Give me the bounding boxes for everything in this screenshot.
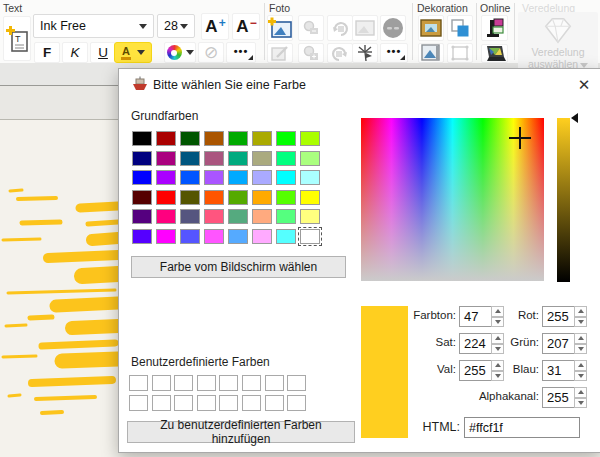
basic-color-cell[interactable] bbox=[300, 229, 320, 244]
alpha-spin-down[interactable] bbox=[574, 398, 587, 409]
basic-color-cell[interactable] bbox=[156, 131, 176, 146]
custom-color-cell[interactable] bbox=[152, 395, 171, 411]
text-more-button[interactable]: ••• bbox=[226, 42, 256, 63]
basic-color-cell[interactable] bbox=[228, 131, 248, 146]
basic-color-cell[interactable] bbox=[276, 190, 296, 205]
basic-color-cell[interactable] bbox=[276, 131, 296, 146]
basic-color-cell[interactable] bbox=[156, 151, 176, 166]
blue-spin-up[interactable] bbox=[574, 360, 587, 371]
picture-frame-button[interactable] bbox=[418, 15, 444, 41]
basic-color-cell[interactable] bbox=[156, 190, 176, 205]
italic-button[interactable]: K bbox=[62, 42, 88, 63]
basic-color-cell[interactable] bbox=[228, 229, 248, 244]
basic-color-cell[interactable] bbox=[228, 170, 248, 185]
basic-color-cell[interactable] bbox=[300, 209, 320, 224]
basic-color-cell[interactable] bbox=[156, 229, 176, 244]
basic-color-cell[interactable] bbox=[156, 170, 176, 185]
custom-color-cell[interactable] bbox=[242, 395, 261, 411]
custom-color-cell[interactable] bbox=[219, 375, 238, 391]
red-input[interactable]: 255 bbox=[542, 306, 577, 327]
custom-color-cell[interactable] bbox=[129, 395, 148, 411]
photo-placeholder-button[interactable] bbox=[352, 15, 378, 41]
rotate-left-button[interactable] bbox=[327, 43, 353, 63]
basic-color-cell[interactable] bbox=[300, 131, 320, 146]
green-spin-up[interactable] bbox=[574, 333, 587, 344]
custom-color-cell[interactable] bbox=[152, 375, 171, 391]
basic-color-cell[interactable] bbox=[252, 170, 272, 185]
hue-sat-crosshair[interactable] bbox=[509, 127, 531, 149]
basic-color-cell[interactable] bbox=[276, 170, 296, 185]
basic-color-cell[interactable] bbox=[252, 190, 272, 205]
basic-color-cell[interactable] bbox=[276, 209, 296, 224]
value-slider-arrow-icon[interactable] bbox=[571, 113, 578, 123]
red-spin-up[interactable] bbox=[574, 306, 587, 317]
html-color-input[interactable]: #ffcf1f bbox=[464, 417, 580, 438]
rotate-right-button[interactable] bbox=[327, 15, 353, 41]
basic-color-cell[interactable] bbox=[156, 209, 176, 224]
effects-button[interactable] bbox=[352, 43, 378, 63]
custom-color-cell[interactable] bbox=[242, 375, 261, 391]
value-slider[interactable] bbox=[557, 118, 570, 282]
text-color-button[interactable]: A bbox=[114, 42, 152, 63]
basic-color-cell[interactable] bbox=[276, 229, 296, 244]
pick-screen-color-button[interactable]: Farbe vom Bildschirm wählen bbox=[131, 256, 346, 278]
custom-color-cell[interactable] bbox=[287, 395, 306, 411]
color-wheel-button[interactable] bbox=[164, 42, 196, 63]
basic-color-cell[interactable] bbox=[132, 229, 152, 244]
basic-color-cell[interactable] bbox=[132, 209, 152, 224]
remove-object-button[interactable] bbox=[298, 15, 324, 41]
no-color-button[interactable]: ⊘ bbox=[198, 42, 224, 63]
custom-color-cell[interactable] bbox=[219, 395, 238, 411]
underline-button[interactable]: U bbox=[90, 42, 116, 63]
green-spin-down[interactable] bbox=[574, 344, 587, 355]
basic-color-cell[interactable] bbox=[180, 209, 200, 224]
custom-color-cell[interactable] bbox=[265, 395, 284, 411]
basic-color-cell[interactable] bbox=[204, 229, 224, 244]
basic-color-cell[interactable] bbox=[300, 190, 320, 205]
font-size-select[interactable]: 28 bbox=[157, 14, 195, 38]
basic-color-cell[interactable] bbox=[132, 190, 152, 205]
blue-input[interactable]: 31 bbox=[542, 360, 577, 381]
custom-color-cell[interactable] bbox=[265, 375, 284, 391]
basic-color-cell[interactable] bbox=[252, 209, 272, 224]
basic-color-cell[interactable] bbox=[300, 170, 320, 185]
basic-color-cell[interactable] bbox=[204, 151, 224, 166]
basic-color-cell[interactable] bbox=[300, 151, 320, 166]
duplicate-button[interactable] bbox=[447, 15, 473, 41]
custom-color-cell[interactable] bbox=[129, 375, 148, 391]
close-icon[interactable]: ✕ bbox=[571, 73, 597, 97]
basic-color-cell[interactable] bbox=[228, 190, 248, 205]
custom-color-cell[interactable] bbox=[197, 395, 216, 411]
basic-color-cell[interactable] bbox=[276, 151, 296, 166]
custom-color-cell[interactable] bbox=[174, 395, 193, 411]
increase-font-button[interactable]: A+ bbox=[201, 13, 229, 40]
font-family-select[interactable]: Ink Free bbox=[33, 14, 154, 38]
add-text-button[interactable]: T bbox=[3, 16, 31, 61]
blue-spin-down[interactable] bbox=[574, 371, 587, 382]
basic-color-cell[interactable] bbox=[252, 229, 272, 244]
alpha-spin-up[interactable] bbox=[574, 387, 587, 398]
decrease-font-button[interactable]: A− bbox=[232, 13, 260, 40]
basic-color-cell[interactable] bbox=[204, 170, 224, 185]
hue-saturation-area[interactable] bbox=[361, 118, 544, 281]
background-picture-button[interactable] bbox=[418, 43, 444, 63]
basic-color-cell[interactable] bbox=[132, 170, 152, 185]
bold-button[interactable]: F bbox=[34, 42, 60, 63]
foto-more-button[interactable]: ••• bbox=[380, 43, 408, 63]
red-spin-down[interactable] bbox=[574, 317, 587, 328]
add-custom-color-button[interactable]: Zu benutzerdefinierten Farben hinzufügen bbox=[127, 421, 355, 443]
basic-color-cell[interactable] bbox=[180, 151, 200, 166]
basic-color-cell[interactable] bbox=[204, 131, 224, 146]
green-input[interactable]: 207 bbox=[542, 333, 577, 354]
basic-color-cell[interactable] bbox=[204, 209, 224, 224]
basic-color-cell[interactable] bbox=[204, 190, 224, 205]
custom-color-cell[interactable] bbox=[287, 375, 306, 391]
photo-prints-button[interactable] bbox=[481, 15, 508, 41]
border-frame-button[interactable] bbox=[447, 43, 473, 63]
alpha-input[interactable]: 255 bbox=[542, 387, 577, 408]
face-blur-button[interactable] bbox=[380, 15, 406, 41]
edit-photo-button[interactable] bbox=[267, 43, 293, 63]
basic-color-cell[interactable] bbox=[132, 151, 152, 166]
basic-color-cell[interactable] bbox=[180, 170, 200, 185]
share-display-button[interactable] bbox=[481, 44, 508, 63]
